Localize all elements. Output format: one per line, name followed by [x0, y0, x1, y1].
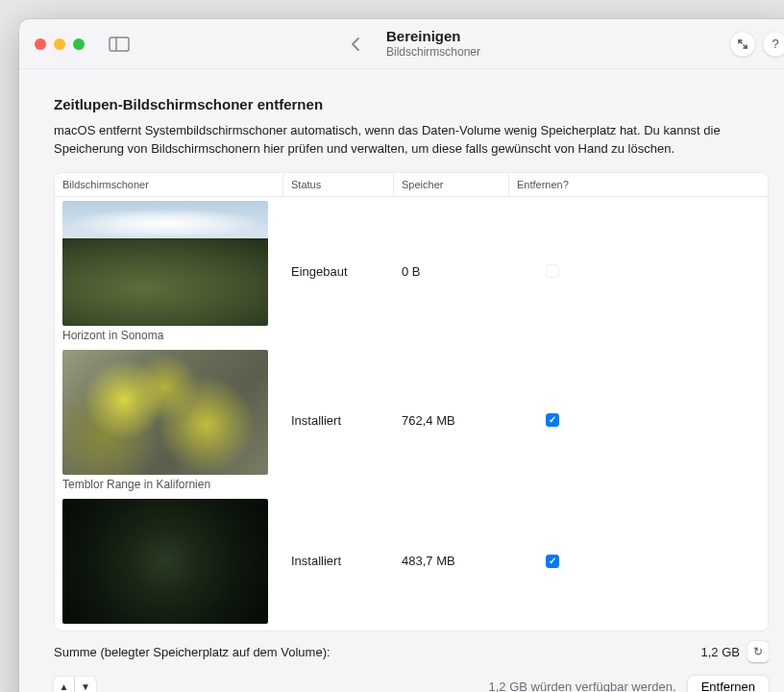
cell-screensaver: Horizont in Sonoma: [55, 197, 283, 346]
window-title: Bereinigen: [386, 27, 480, 46]
cell-delete: [509, 409, 596, 431]
cell-screensaver: [55, 495, 283, 628]
screensaver-table: Bildschirmschoner Status Speicher Entfer…: [54, 172, 769, 631]
page-description: macOS entfernt Systembildschirmschoner a…: [54, 122, 769, 159]
window-minimize-button[interactable]: [54, 38, 65, 50]
delete-checkbox[interactable]: [546, 413, 559, 427]
window-close-button[interactable]: [35, 38, 46, 50]
screensaver-name: Temblor Range in Kalifornien: [62, 478, 210, 491]
sort-buttons: ▲ ▼: [54, 677, 96, 693]
footer: Summe (belegter Speicherplatz auf dem Vo…: [54, 631, 769, 692]
page-title: Zeitlupen-Bildschirmschoner entfernen: [54, 96, 769, 112]
cell-delete: [509, 260, 596, 282]
column-header-storage[interactable]: Speicher: [394, 173, 509, 196]
back-button[interactable]: [342, 31, 369, 58]
window-subtitle: Bildschirmschoner: [386, 45, 480, 61]
cell-status: Installiert: [283, 409, 394, 432]
space-available-label: 1,2 GB würden verfügbar werden.: [489, 680, 676, 692]
window-resize-button[interactable]: [730, 32, 755, 57]
titlebar: Bereinigen Bildschirmschoner ?: [19, 19, 784, 69]
column-header-status[interactable]: Status: [283, 173, 394, 196]
sidebar-toggle-button[interactable]: [106, 34, 133, 55]
table-header: Bildschirmschoner Status Speicher Entfer…: [55, 173, 768, 197]
column-header-screensaver[interactable]: Bildschirmschoner: [55, 173, 283, 196]
screensaver-thumbnail: [62, 350, 268, 475]
delete-checkbox: [546, 264, 559, 278]
sort-down-button[interactable]: ▼: [75, 677, 96, 693]
cell-storage: 762,4 MB: [394, 409, 509, 432]
table-row[interactable]: Installiert483,7 MB: [55, 495, 768, 628]
cell-status: Installiert: [283, 550, 394, 572]
content: Zeitlupen-Bildschirmschoner entfernen ma…: [19, 69, 784, 692]
traffic-lights: [35, 38, 85, 50]
screensaver-name: Horizont in Sonoma: [62, 329, 163, 342]
refresh-button[interactable]: ↻: [747, 641, 769, 662]
delete-checkbox[interactable]: [546, 555, 559, 568]
table-body[interactable]: Horizont in SonomaEingebaut0 BTemblor Ra…: [55, 197, 768, 630]
screensaver-thumbnail: [62, 201, 268, 326]
sort-up-button[interactable]: ▲: [54, 677, 75, 693]
screensaver-thumbnail: [62, 499, 268, 624]
title-area: Bereinigen Bildschirmschoner: [342, 27, 480, 61]
cell-delete: [509, 551, 596, 572]
help-button[interactable]: ?: [763, 32, 784, 57]
cell-screensaver: Temblor Range in Kalifornien: [55, 346, 283, 495]
column-header-delete[interactable]: Entfernen?: [509, 173, 596, 196]
remove-button[interactable]: Entfernen: [688, 676, 769, 692]
table-row[interactable]: Horizont in SonomaEingebaut0 B: [55, 197, 768, 346]
window-zoom-button[interactable]: [73, 38, 85, 50]
cell-status: Eingebaut: [283, 260, 394, 283]
sum-label: Summe (belegter Speicherplatz auf dem Vo…: [54, 645, 331, 659]
table-row[interactable]: Temblor Range in KalifornienInstalliert7…: [55, 346, 768, 495]
sum-value: 1,2 GB: [701, 645, 740, 659]
cell-storage: 0 B: [394, 260, 509, 283]
cell-storage: 483,7 MB: [394, 550, 509, 572]
svg-rect-0: [110, 37, 129, 51]
window: Bereinigen Bildschirmschoner ? Zeitlupen…: [19, 19, 784, 692]
